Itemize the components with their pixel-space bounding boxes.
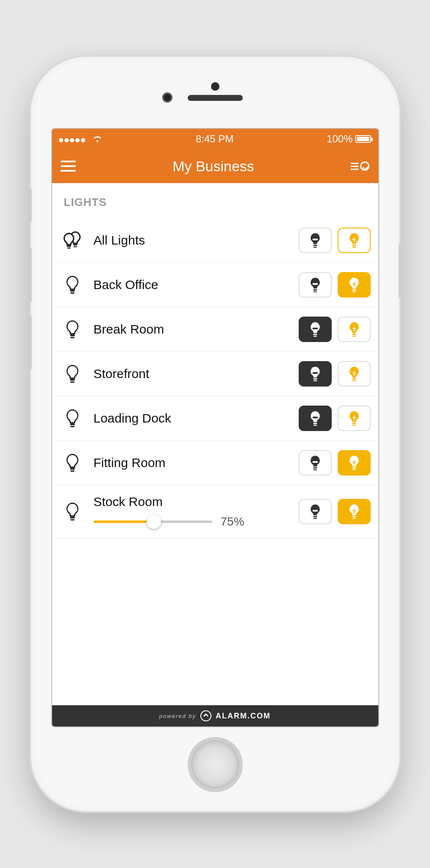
- light-on-button[interactable]: [338, 361, 371, 387]
- home-button[interactable]: [188, 737, 243, 792]
- light-off-button[interactable]: [299, 450, 332, 476]
- light-toggle-group: [299, 317, 371, 342]
- phone-side-button: [399, 243, 403, 298]
- light-off-button[interactable]: [299, 317, 332, 342]
- light-label: Storefront: [94, 367, 290, 381]
- svg-rect-6: [313, 247, 317, 248]
- phone-side-button: [28, 315, 32, 370]
- status-bar: 8:45 PM 100%: [52, 129, 378, 149]
- lights-icon: [60, 230, 85, 250]
- bulb-icon: [60, 408, 85, 428]
- light-on-button[interactable]: [338, 317, 371, 342]
- svg-rect-27: [313, 380, 317, 381]
- svg-rect-35: [352, 423, 356, 424]
- scenes-icon[interactable]: [351, 161, 369, 171]
- svg-rect-1: [73, 246, 77, 248]
- status-time: 8:45 PM: [196, 133, 233, 145]
- light-on-button[interactable]: [338, 228, 371, 253]
- phone-side-button: [28, 248, 32, 303]
- light-label: Stock Room: [94, 495, 290, 509]
- svg-rect-48: [313, 518, 317, 519]
- svg-rect-47: [313, 516, 317, 517]
- svg-rect-36: [352, 425, 356, 426]
- light-row: Loading Dock: [52, 396, 378, 441]
- svg-rect-11: [312, 283, 318, 285]
- light-off-button[interactable]: [299, 228, 332, 253]
- light-toggle-group: [299, 406, 371, 431]
- screen: 8:45 PM 100% My Business LIGHTS: [52, 129, 378, 726]
- light-row: All Lights: [52, 218, 378, 263]
- signal-indicator: [59, 133, 103, 145]
- svg-rect-4: [312, 239, 318, 240]
- light-toggle-group: [299, 228, 371, 253]
- bulb-icon: [60, 319, 85, 339]
- svg-rect-24: [70, 381, 75, 383]
- light-label: Back Office: [94, 278, 290, 292]
- svg-rect-34: [313, 425, 317, 426]
- bulb-icon: [60, 364, 85, 384]
- battery-text: 100%: [327, 133, 352, 145]
- dimmer-slider[interactable]: [94, 515, 212, 528]
- svg-rect-17: [70, 337, 75, 338]
- page-title: My Business: [172, 158, 254, 175]
- svg-rect-14: [352, 289, 356, 290]
- svg-rect-7: [352, 245, 356, 246]
- svg-rect-21: [352, 334, 356, 335]
- svg-rect-16: [70, 334, 75, 336]
- svg-rect-45: [70, 519, 75, 520]
- svg-rect-9: [70, 290, 75, 292]
- light-toggle-group: [299, 272, 371, 298]
- svg-rect-41: [313, 469, 317, 470]
- svg-rect-28: [352, 378, 356, 379]
- content: LIGHTS All Lights Back Office: [52, 183, 378, 705]
- svg-rect-19: [313, 334, 317, 335]
- light-toggle-group: [299, 361, 371, 387]
- svg-rect-32: [312, 417, 318, 418]
- svg-rect-5: [313, 245, 317, 246]
- svg-rect-40: [313, 467, 317, 468]
- light-off-button[interactable]: [299, 361, 332, 387]
- phone-frame: 8:45 PM 100% My Business LIGHTS: [31, 57, 399, 811]
- signal-dots-icon: [59, 133, 89, 145]
- svg-rect-42: [352, 467, 356, 468]
- svg-rect-12: [313, 289, 317, 290]
- light-label: Loading Dock: [94, 411, 290, 426]
- phone-camera: [162, 92, 172, 103]
- svg-rect-13: [313, 291, 317, 292]
- svg-rect-22: [352, 336, 356, 337]
- svg-rect-20: [313, 336, 317, 337]
- svg-rect-30: [70, 423, 75, 425]
- bulb-icon: [60, 275, 85, 295]
- phone-speaker: [188, 95, 243, 101]
- light-row: Storefront: [52, 352, 378, 396]
- light-label: All Lights: [94, 233, 290, 248]
- light-label: Fitting Room: [94, 456, 290, 470]
- footer-brand: ALARM.COM: [216, 712, 271, 721]
- light-off-button[interactable]: [299, 272, 332, 298]
- light-off-button[interactable]: [299, 406, 332, 431]
- phone-sensor: [211, 82, 219, 91]
- light-on-button[interactable]: [338, 406, 371, 431]
- light-on-button[interactable]: [338, 450, 371, 476]
- svg-rect-38: [70, 470, 75, 472]
- svg-rect-18: [312, 328, 318, 329]
- svg-rect-15: [352, 291, 356, 292]
- light-on-button[interactable]: [338, 499, 371, 524]
- section-label: LIGHTS: [52, 183, 378, 218]
- light-off-button[interactable]: [299, 499, 332, 524]
- bulb-icon: [60, 453, 85, 473]
- svg-rect-29: [352, 380, 356, 381]
- svg-rect-0: [73, 244, 77, 245]
- svg-rect-23: [70, 379, 75, 381]
- svg-rect-26: [313, 378, 317, 379]
- menu-icon[interactable]: [61, 161, 76, 172]
- wifi-icon: [92, 135, 103, 142]
- nav-bar: My Business: [52, 149, 378, 183]
- svg-rect-2: [67, 245, 71, 247]
- svg-rect-33: [313, 423, 317, 424]
- svg-rect-25: [312, 372, 318, 374]
- svg-rect-43: [352, 469, 356, 470]
- light-on-button[interactable]: [338, 272, 371, 298]
- battery-icon: [355, 135, 371, 143]
- svg-rect-8: [352, 247, 356, 248]
